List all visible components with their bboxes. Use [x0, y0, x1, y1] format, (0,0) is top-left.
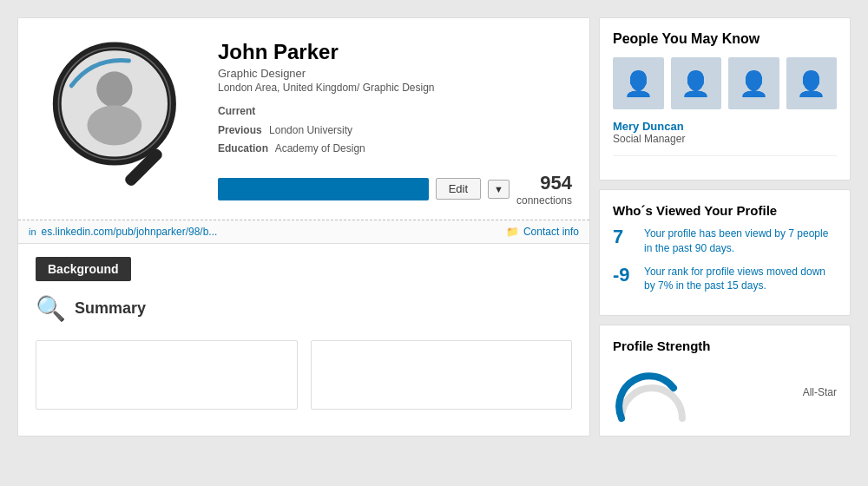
strength-circle [613, 362, 691, 423]
current-label: Current [218, 105, 255, 117]
person-avatar-1: 👤 [613, 57, 664, 109]
background-header: Background [36, 257, 131, 281]
stat-row-1: 7 Your profile has been viewd by 7 peopl… [613, 227, 837, 256]
person-name[interactable]: Mery Duncan [613, 120, 837, 133]
connections-label: connections [516, 194, 572, 207]
summary-icon: 🔍 [36, 294, 66, 323]
person-title: Social Manager [613, 133, 837, 145]
contact-info-link[interactable]: 📁 Contact info [506, 226, 579, 238]
summary-label: Summary [75, 299, 146, 318]
people-you-may-know-section: People You May Know 👤 👤 👤 👤 Mery Duncan … [599, 17, 851, 181]
svg-point-2 [87, 105, 141, 145]
avatar-magnifier [36, 36, 201, 203]
strength-content: All-Star [613, 362, 837, 423]
main-profile-card: John Parker Graphic Designer London Area… [17, 17, 590, 437]
stat-row-2: -9 Your rank for profile views moved dow… [613, 265, 837, 294]
stat-number-2: -9 [613, 265, 637, 286]
people-title: People You May Know [613, 31, 837, 47]
svg-point-1 [96, 71, 132, 107]
strength-title: Profile Strength [613, 338, 837, 353]
previous-row: Previous London University [218, 122, 572, 141]
education-row: Education Academy of Design [218, 140, 572, 159]
profile-meta: Current Previous London University Educa… [218, 102, 572, 159]
profile-title: Graphic Designer [218, 67, 572, 80]
education-label: Education [218, 142, 268, 154]
person-avatar-2: 👤 [671, 57, 722, 109]
sidebar-divider [613, 155, 837, 156]
connections-count: 954 connections [516, 172, 572, 207]
person-avatar-4: 👤 [786, 57, 838, 109]
card-1 [36, 340, 298, 410]
previous-label: Previous [218, 124, 262, 136]
stat-text-2: Your rank for profile views moved down b… [644, 265, 837, 294]
person-avatar-3: 👤 [728, 57, 779, 109]
card-2 [311, 340, 573, 410]
profile-url[interactable]: es.linkedin.com/pub/johnparker/98/b... [42, 226, 506, 238]
viewed-profile-section: Who´s Viewed Your Profile 7 Your profile… [599, 189, 851, 316]
contact-folder-icon: 📁 [506, 226, 519, 238]
linkedin-icon: in [29, 227, 36, 237]
sidebar: People You May Know 👤 👤 👤 👤 Mery Duncan … [599, 17, 851, 437]
contact-info-label: Contact info [523, 226, 579, 238]
profile-info: John Parker Graphic Designer London Area… [218, 36, 572, 220]
profile-actions: Edit ▼ 954 connections [218, 172, 572, 220]
previous-value: London University [269, 124, 352, 136]
stat-number-1: 7 [613, 227, 637, 247]
education-value: Academy of Design [275, 142, 365, 154]
profile-header: John Parker Graphic Designer London Area… [18, 18, 589, 220]
connections-number: 954 [516, 172, 572, 194]
viewed-title: Who´s Viewed Your Profile [613, 203, 837, 218]
cards-row [36, 340, 572, 410]
current-row: Current [218, 102, 572, 122]
edit-dropdown-button[interactable]: ▼ [488, 180, 510, 199]
profile-progress-bar [218, 178, 429, 200]
stat-text-1: Your profile has been viewd by 7 people … [644, 227, 837, 256]
summary-section: 🔍 Summary [36, 294, 572, 323]
all-star-label: All-Star [700, 386, 837, 398]
profile-location: London Area, United Kingdom/ Graphic Des… [218, 82, 572, 94]
edit-button[interactable]: Edit [436, 178, 481, 200]
url-bar: in es.linkedin.com/pub/johnparker/98/b..… [18, 220, 589, 244]
profile-strength-section: Profile Strength All-Star [599, 325, 851, 437]
profile-name: John Parker [218, 40, 572, 64]
people-avatars: 👤 👤 👤 👤 [613, 57, 837, 109]
background-section: Background 🔍 Summary [18, 244, 589, 423]
